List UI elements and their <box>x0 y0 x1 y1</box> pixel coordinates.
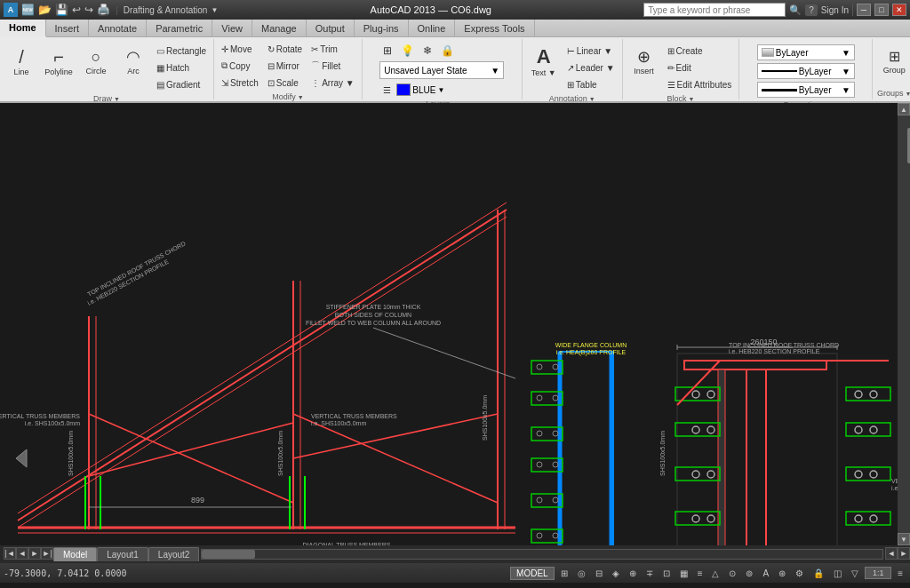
layout-nav-first[interactable]: |◄ <box>4 547 16 560</box>
array-button[interactable]: ⋮ Array ▼ <box>307 75 358 91</box>
arc-button[interactable]: ◠ Arc <box>116 41 151 83</box>
qa-open-icon[interactable]: 📂 <box>38 4 52 16</box>
move-button[interactable]: ✛ Move <box>218 41 262 57</box>
tab-insert[interactable]: Insert <box>46 20 90 37</box>
tab-output[interactable]: Output <box>307 20 355 37</box>
text-button[interactable]: A Text ▼ <box>526 41 562 83</box>
tab-plugins[interactable]: Plug-ins <box>355 20 409 37</box>
h-scroll-left[interactable]: ◄ <box>885 547 898 560</box>
search-input[interactable] <box>643 3 786 17</box>
modify-expand-arrow[interactable]: ▼ <box>298 94 304 100</box>
layout-nav-last[interactable]: ►| <box>41 547 53 560</box>
gradient-button[interactable]: ▤ Gradient <box>153 76 210 92</box>
itrack-btn[interactable]: ∓ <box>643 568 657 579</box>
fillet-button[interactable]: ⌒ Fillet <box>307 58 358 74</box>
group-button[interactable]: ⊞ Group <box>876 41 910 83</box>
rectangle-button[interactable]: ▭ Rectangle <box>153 43 210 59</box>
rotate-button[interactable]: ↻ Rotate <box>264 41 306 57</box>
tab-view[interactable]: View <box>212 20 252 37</box>
canvas-area[interactable]: 260 150 WIDE FLANGE COLUMN i.e. HEA(B)26… <box>0 103 910 545</box>
scale-button[interactable]: ⊡ Scale <box>264 75 306 91</box>
groups-expand-arrow[interactable]: ▼ <box>906 91 910 97</box>
isolate-btn[interactable]: ◫ <box>830 568 845 579</box>
annotation-label[interactable]: Annotation ▼ <box>549 94 595 103</box>
tab-layout1[interactable]: Layout1 <box>97 547 148 561</box>
isnap-btn[interactable]: ⊕ <box>626 568 640 579</box>
qprop-btn[interactable]: ⊙ <box>725 568 739 579</box>
snap-btn[interactable]: ◎ <box>574 568 589 579</box>
scroll-up-arrow[interactable]: ▲ <box>898 103 910 115</box>
color-property-dropdown[interactable]: ByLayer ▼ <box>757 44 855 60</box>
lineweight-property-dropdown[interactable]: ByLayer ▼ <box>757 82 855 98</box>
insert-button[interactable]: ⊕ Insert <box>627 41 662 83</box>
layout-nav-prev[interactable]: ◄ <box>16 547 28 560</box>
groups-label[interactable]: Groups ▼ <box>877 89 910 98</box>
trim-button[interactable]: ✂ Trim <box>307 41 358 57</box>
table-button[interactable]: ⊞ Table <box>563 76 619 92</box>
qa-redo-icon[interactable]: ↪ <box>84 4 93 16</box>
modify-label[interactable]: Modify ▼ <box>272 92 303 101</box>
horizontal-scrollbar[interactable] <box>201 549 883 560</box>
search-icon[interactable]: 🔍 <box>789 4 802 16</box>
tab-layout2[interactable]: Layout2 <box>148 547 200 561</box>
tab-manage[interactable]: Manage <box>252 20 307 37</box>
layer-match-button[interactable]: ☰ <box>379 82 395 98</box>
layout-nav-next[interactable]: ► <box>28 547 41 560</box>
hatch-button[interactable]: ▦ Hatch <box>153 60 210 75</box>
hardware-accel-btn[interactable]: ▽ <box>848 568 862 579</box>
grid-display-btn[interactable]: ⊞ <box>557 568 571 579</box>
mirror-button[interactable]: ⊟ Mirror <box>264 58 306 74</box>
draw-label[interactable]: Draw ▼ <box>93 94 120 103</box>
tab-annotate[interactable]: Annotate <box>89 20 147 37</box>
edit-attributes-button[interactable]: ☰ Edit Attributes <box>664 76 736 92</box>
block-expand-arrow[interactable]: ▼ <box>688 96 694 102</box>
layer-freeze-button[interactable]: ❄ <box>419 43 435 59</box>
workspace-arrow[interactable]: ▼ <box>211 6 218 14</box>
h-scroll-thumb[interactable] <box>202 550 255 559</box>
lock-ui-btn[interactable]: 🔒 <box>810 568 827 579</box>
copy-button[interactable]: ⧉ Copy <box>218 58 262 74</box>
line-button[interactable]: / Line <box>4 41 39 83</box>
vertical-scrollbar[interactable]: ▲ ▼ <box>898 103 910 545</box>
qa-undo-icon[interactable]: ↩ <box>72 4 81 16</box>
customize-btn[interactable]: ≡ <box>894 568 906 579</box>
tab-online[interactable]: Online <box>409 20 456 37</box>
linear-button[interactable]: ⊢ Linear ▼ <box>563 43 619 59</box>
scroll-down-arrow[interactable]: ▼ <box>898 533 910 545</box>
ducs-btn[interactable]: ⊡ <box>659 568 674 579</box>
dyn-btn[interactable]: ▦ <box>676 568 691 579</box>
polar-btn[interactable]: ◈ <box>609 568 623 579</box>
leader-button[interactable]: ↗ Leader ▼ <box>563 60 619 75</box>
layer-properties-button[interactable]: ⊞ <box>379 43 395 59</box>
annot-visibility-btn[interactable]: ⊛ <box>775 568 789 579</box>
maximize-btn[interactable]: □ <box>874 4 889 16</box>
workspace-switch-btn[interactable]: ⚙ <box>792 568 807 579</box>
create-block-button[interactable]: ⊞ Create <box>664 43 736 59</box>
polyline-button[interactable]: ⌐ Polyline <box>41 41 76 83</box>
annot-scale-btn[interactable]: A <box>759 568 772 579</box>
edit-block-button[interactable]: ✏ Edit <box>664 60 736 75</box>
layer-lock-button[interactable]: 🔒 <box>437 43 458 59</box>
lweight-btn[interactable]: ≡ <box>694 568 706 579</box>
qa-new-icon[interactable]: 🆕 <box>21 4 35 16</box>
tab-express-tools[interactable]: Express Tools <box>455 20 534 37</box>
linetype-property-dropdown[interactable]: ByLayer ▼ <box>757 63 855 79</box>
help-icon[interactable]: ? <box>805 4 818 16</box>
color-dropdown-arrow[interactable]: ▼ <box>437 86 444 94</box>
h-scroll-right[interactable]: ► <box>898 547 910 560</box>
qa-plot-icon[interactable]: 🖨️ <box>97 4 110 16</box>
tab-home[interactable]: Home <box>0 20 46 37</box>
tab-parametric[interactable]: Parametric <box>147 20 212 37</box>
sign-in-btn[interactable]: Sign In <box>821 5 849 15</box>
minimize-btn[interactable]: ─ <box>857 4 871 16</box>
annotation-expand-arrow[interactable]: ▼ <box>589 96 595 102</box>
layer-off-button[interactable]: 💡 <box>397 43 418 59</box>
ortho-btn[interactable]: ⊟ <box>592 568 606 579</box>
stretch-button[interactable]: ⇲ Stretch <box>218 75 262 91</box>
draw-expand-arrow[interactable]: ▼ <box>114 96 120 102</box>
tab-model[interactable]: Model <box>53 547 97 561</box>
circle-button[interactable]: ○ Circle <box>78 41 114 83</box>
close-btn[interactable]: ✕ <box>892 4 906 16</box>
layer-state-dropdown[interactable]: Unsaved Layer State ▼ <box>379 61 504 79</box>
qa-save-icon[interactable]: 💾 <box>55 4 68 16</box>
